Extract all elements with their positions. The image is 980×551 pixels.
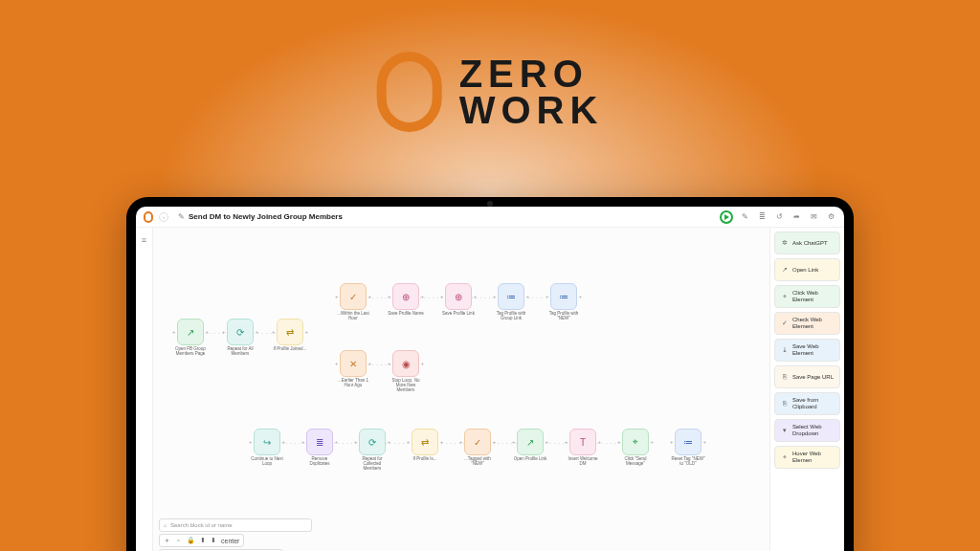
- app-screen: › ✎ Send DM to Newly Joined Group Member…: [136, 207, 844, 551]
- flow-node[interactable]: ⇄If Profile Joined...: [272, 319, 308, 352]
- action-save-web-element[interactable]: ⤓Save Web Element: [774, 339, 840, 362]
- center-button[interactable]: center: [221, 538, 239, 544]
- action-select-web-dropdown[interactable]: ▾Select Web Dropdown: [774, 419, 840, 442]
- left-rail: ≡: [136, 228, 153, 551]
- node-label: Open FB Group Members Page: [172, 347, 209, 357]
- node-label: Continue to Next Loop: [249, 457, 285, 467]
- node-icon: ◉: [392, 350, 419, 377]
- action-ask-chatgpt[interactable]: ✲Ask ChatGPT: [774, 231, 840, 254]
- app-logo-icon[interactable]: [144, 211, 153, 223]
- flow-node[interactable]: ⇄If Profile Is...: [407, 429, 443, 462]
- node-icon: T: [569, 429, 596, 455]
- action-label: Open Link: [792, 267, 818, 274]
- move-down-button[interactable]: ⬇: [211, 537, 216, 544]
- settings-icon[interactable]: ⚙: [825, 211, 836, 223]
- action-check-web-element[interactable]: ✓Check Web Element: [774, 312, 840, 335]
- expand-sidebar-button[interactable]: ›: [159, 212, 168, 222]
- topbar: › ✎ Send DM to Newly Joined Group Member…: [136, 207, 844, 228]
- flow-node[interactable]: ⊕Save Profile Link: [440, 283, 477, 317]
- node-icon: ≔: [498, 283, 524, 310]
- node-label: If Profile Joined...: [272, 347, 308, 352]
- node-label: If Profile Is...: [407, 457, 443, 462]
- node-label: Remove Duplicates: [301, 457, 338, 467]
- node-icon: ⟳: [359, 429, 386, 455]
- flow-node[interactable]: ✓...Tagged with "NEW": [459, 429, 496, 467]
- flow-node[interactable]: ↗Open Profile Link: [512, 429, 548, 462]
- brand-word-1: ZERO: [459, 55, 604, 92]
- node-icon: ≔: [550, 283, 577, 310]
- flow-node[interactable]: ⟳Repeat for All Members: [222, 319, 258, 357]
- action-icon: ▾: [780, 427, 789, 435]
- action-icon: ⎘: [780, 373, 789, 382]
- flow-node[interactable]: ⊕Save Profile Name: [388, 283, 424, 317]
- node-label: ...Tagged with "NEW": [459, 457, 496, 467]
- chat-icon[interactable]: ✉: [808, 211, 819, 223]
- action-label: Ask ChatGPT: [792, 240, 828, 247]
- node-icon: ⌖: [622, 429, 649, 455]
- brand-logo: ZERO WORK: [377, 52, 604, 132]
- zoom-toolbar: ＋ － 🔒 ⬆ ⬇ center: [159, 534, 244, 547]
- flow-node[interactable]: ⟳Repeat for Collected Members: [354, 429, 390, 472]
- node-icon: ↪: [254, 429, 280, 455]
- node-label: Reset Tag "NEW" to "OLD": [670, 457, 706, 467]
- node-label: ...Within the Last Hour: [335, 312, 371, 321]
- flow-canvas[interactable]: • • • • • • • • • • • • • • • • • • • • …: [153, 228, 769, 551]
- action-click-web-element[interactable]: ⌖Click Web Element: [774, 285, 840, 308]
- action-icon: ⎘: [780, 400, 789, 408]
- action-label: Save Web Element: [792, 343, 835, 356]
- flow-node[interactable]: ✓...Within the Last Hour: [335, 283, 371, 321]
- flow-node[interactable]: ≔Reset Tag "NEW" to "OLD": [670, 429, 706, 467]
- logo-o-icon: [377, 52, 442, 132]
- flow-node[interactable]: ◉Stop Loop, No More New Members: [388, 350, 424, 393]
- action-icon: ✲: [780, 239, 789, 248]
- action-icon: ✓: [780, 320, 789, 328]
- flow-node[interactable]: ✕...Earlier Than 1 Hour Ago: [335, 350, 371, 388]
- node-label: ...Earlier Than 1 Hour Ago: [335, 379, 371, 388]
- node-label: Open Profile Link: [512, 457, 548, 462]
- action-icon: ⌖: [780, 293, 789, 301]
- zoom-in-button[interactable]: ＋: [164, 536, 170, 545]
- action-label: Click Web Element: [792, 290, 835, 302]
- flow-node[interactable]: ↗Open FB Group Members Page: [172, 319, 209, 357]
- workflow-title-icon: ✎: [178, 212, 185, 221]
- node-label: Save Profile Name: [388, 312, 424, 317]
- menu-button[interactable]: ≡: [142, 235, 146, 245]
- lock-button[interactable]: 🔒: [187, 537, 195, 544]
- edit-icon[interactable]: ✎: [739, 211, 750, 223]
- node-label: Click "Send Message": [617, 457, 654, 467]
- action-save-page-url[interactable]: ⎘Save Page URL: [774, 365, 840, 388]
- node-icon: ⇄: [277, 319, 303, 345]
- node-label: Tag Profile with "NEW": [546, 312, 582, 321]
- history-icon[interactable]: ↺: [773, 211, 785, 223]
- search-placeholder: Search block id or name: [170, 522, 233, 528]
- flow-node[interactable]: ⌖Click "Send Message": [617, 429, 654, 467]
- node-icon: ≣: [306, 429, 333, 455]
- action-save-from-clipboard[interactable]: ⎘Save from Clipboard: [774, 392, 840, 415]
- workflow-title-wrap[interactable]: ✎ Send DM to Newly Joined Group Members: [178, 212, 343, 221]
- node-icon: ✕: [340, 350, 367, 377]
- action-label: Save from Clipboard: [792, 397, 835, 409]
- node-icon: ↗: [517, 429, 544, 455]
- zoom-out-button[interactable]: －: [175, 536, 182, 545]
- share-icon[interactable]: ➦: [791, 211, 802, 223]
- flow-node[interactable]: ≔Tag Profile with Group Link: [493, 283, 529, 321]
- workflow-title: Send DM to Newly Joined Group Members: [189, 212, 343, 221]
- node-icon: ⇄: [412, 429, 438, 455]
- flow-node[interactable]: ≔Tag Profile with "NEW": [546, 283, 582, 321]
- action-icon: ⌖: [780, 453, 789, 462]
- action-open-link[interactable]: ↗Open Link: [774, 258, 840, 281]
- node-icon: ⊕: [392, 283, 419, 310]
- flow-node[interactable]: ↪Continue to Next Loop: [249, 429, 285, 467]
- device-frame: › ✎ Send DM to Newly Joined Group Member…: [126, 197, 854, 551]
- node-label: Repeat for Collected Members: [354, 457, 390, 472]
- search-input[interactable]: ⌕ Search block id or name: [159, 518, 312, 532]
- action-label: Hover Web Elemen: [792, 451, 835, 463]
- node-label: Tag Profile with Group Link: [493, 312, 529, 321]
- flow-node[interactable]: ≣Remove Duplicates: [301, 429, 338, 467]
- brand-word-2: WORK: [459, 92, 604, 128]
- action-hover-web-elemen[interactable]: ⌖Hover Web Elemen: [774, 446, 840, 469]
- list-icon[interactable]: ≣: [756, 211, 768, 223]
- flow-node[interactable]: TInsert Welcome DM: [565, 429, 601, 467]
- move-up-button[interactable]: ⬆: [200, 537, 206, 544]
- run-button[interactable]: [720, 210, 733, 224]
